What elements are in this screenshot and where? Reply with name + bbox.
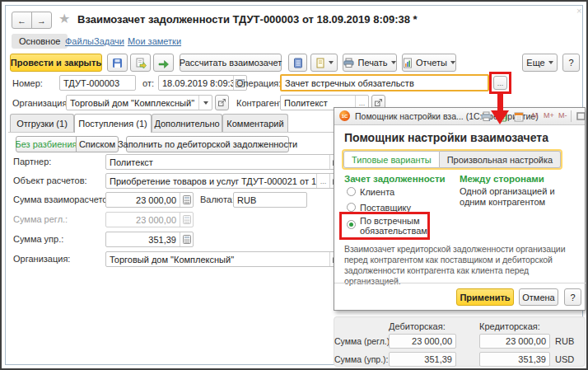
register-book-icon: [293, 58, 303, 68]
tab-receipts[interactable]: Поступления (1): [74, 114, 152, 133]
nav-item-main[interactable]: Основное: [12, 34, 68, 49]
calculator-icon[interactable]: [180, 193, 193, 207]
detail-organization-label: Организация:: [13, 254, 70, 264]
print-button[interactable]: Печать: [343, 54, 397, 72]
operation-input[interactable]: Зачет встречных обязательств: [280, 74, 489, 91]
upr-amount-input[interactable]: 351,39: [105, 232, 194, 247]
highlight-box-operation-choose: [489, 72, 511, 94]
calendar-icon[interactable]: [512, 110, 525, 122]
dropdown-caret-icon: [329, 61, 334, 64]
tab-comment[interactable]: Комментарий: [222, 114, 288, 132]
favorite-star-icon[interactable]: ★: [58, 11, 70, 26]
dialog-tab-typical[interactable]: Типовые варианты: [343, 151, 440, 168]
back-arrow-icon: ←: [17, 16, 26, 26]
operation-label: Операция:: [236, 78, 281, 88]
close-icon[interactable]: ×: [576, 6, 581, 16]
currency-input[interactable]: RUB: [233, 192, 307, 208]
tab-label: Комментарий: [226, 119, 283, 129]
radio-supplier[interactable]: [347, 203, 356, 212]
tab-label: Дополнительно: [154, 119, 219, 129]
assistant-dialog: 1С Помощник настройки вза... (1С:Предпри…: [334, 107, 586, 311]
dropdown-caret-icon: [450, 61, 455, 64]
red-arrow-icon: [490, 94, 510, 125]
mutual-amount-input[interactable]: 23 000,00: [105, 192, 194, 208]
organization-combo[interactable]: Торговый дом "Комплексный": [66, 95, 212, 110]
partner-input[interactable]: Политекст: [105, 154, 343, 170]
titlebar-divider: [571, 110, 572, 122]
open-link-icon: [217, 98, 226, 107]
help-button[interactable]: ?: [562, 54, 580, 72]
save-icon: [112, 58, 123, 68]
green-arrow-icon: [158, 58, 170, 68]
debit-header: Дебиторская:: [389, 321, 446, 331]
more-button[interactable]: Еще: [522, 54, 558, 72]
partner-label: Партнер:: [13, 157, 51, 166]
save-button[interactable]: [107, 54, 128, 72]
document-clock-icon: [315, 58, 325, 68]
contragent-label: Контрагент:: [236, 98, 286, 108]
document-movements-button[interactable]: [288, 54, 307, 72]
date-label: от:: [142, 78, 154, 88]
radio-client[interactable]: [347, 187, 356, 196]
open-link-icon: [374, 98, 383, 107]
report-icon: [403, 58, 413, 68]
forward-button[interactable]: →: [31, 12, 52, 29]
nav-item-files[interactable]: Файлы: [65, 36, 94, 46]
upr-amount-label: Сумма упр.:: [13, 234, 63, 244]
regl-row-label: Сумма (регл.):: [334, 336, 385, 346]
tab-shipments[interactable]: Отгрузки (1): [10, 114, 74, 132]
forward-arrow-icon: →: [37, 16, 46, 26]
dialog-title-text: Помощник настройки вза... (1С:Предприяти…: [355, 111, 539, 121]
maximize-icon[interactable]: [574, 110, 587, 122]
post-document-icon: [135, 58, 147, 68]
fill-by-receivables-button[interactable]: Заполнить по дебиторской задолженности: [126, 136, 289, 152]
memory-plus-button[interactable]: M+: [544, 111, 554, 119]
dropdown-caret-icon: [548, 61, 553, 64]
1c-logo-icon: 1С: [339, 110, 350, 121]
upr-debit-value: 351,39: [389, 352, 456, 367]
nav-item-notes[interactable]: Мои заметки: [128, 36, 181, 46]
no-split-toggle[interactable]: Без разбиения: [16, 136, 77, 152]
main-window: ← → ★ Взаимозачет задолженности ТДУТ-000…: [0, 0, 588, 370]
dialog-tab-custom[interactable]: Произвольная настройка: [440, 151, 562, 168]
settlement-object-input[interactable]: Приобретение товаров и услуг ТДУТ-000021…: [105, 173, 343, 189]
organization-open-button[interactable]: [215, 95, 229, 110]
create-based-on-button[interactable]: [153, 54, 174, 72]
detail-organization-input[interactable]: Торговый дом "Комплексный": [105, 251, 343, 267]
upr-row-label: Сумма (упр.):: [334, 354, 385, 364]
apply-button[interactable]: Применить: [456, 288, 514, 306]
dialog-help-button[interactable]: ?: [564, 288, 581, 306]
dialog-titlebar[interactable]: 1С Помощник настройки вза... (1С:Предпри…: [334, 108, 585, 125]
combo-caret-icon[interactable]: [198, 96, 212, 110]
related-documents-button[interactable]: [310, 54, 338, 72]
totals-panel: Дебиторская: Кредиторская: Сумма (регл.)…: [334, 316, 586, 367]
tab-label: Отгрузки (1): [16, 119, 68, 129]
between-section-header: Между сторонами: [460, 174, 544, 184]
tab-additional[interactable]: Дополнительно: [152, 114, 222, 132]
post-document-button[interactable]: [130, 54, 151, 72]
upr-credit-value: 351,39: [479, 352, 550, 367]
choose-ellipsis-icon[interactable]: ...: [316, 174, 329, 188]
number-input[interactable]: ТДУТ-000003: [59, 75, 136, 91]
dialog-tab-group: Типовые варианты Произвольная настройка: [342, 149, 562, 170]
more-label: Еще: [526, 58, 544, 68]
as-list-toggle[interactable]: Списком: [76, 136, 119, 152]
nav-item-tasks[interactable]: Задачи: [94, 36, 124, 46]
calculate-offset-button[interactable]: Рассчитать взаимозачет: [180, 54, 282, 72]
memory-minus-button[interactable]: M-: [558, 111, 567, 119]
calculator-icon[interactable]: [180, 232, 193, 246]
back-button[interactable]: ←: [12, 12, 32, 29]
regl-currency: RUB: [555, 336, 574, 346]
radio-client-label[interactable]: Клиента: [360, 187, 394, 197]
offset-description: Взаимозачет кредиторской задолженности о…: [344, 244, 583, 287]
credit-header: Кредиторская:: [479, 321, 540, 331]
page-title: Взаимозачет задолженности ТДУТ-000003 от…: [77, 13, 418, 26]
cancel-button[interactable]: Отмена: [519, 288, 558, 306]
highlight-box-radio: [339, 212, 430, 240]
memory-recall-button[interactable]: M: [532, 111, 539, 119]
number-label: Номер:: [12, 78, 43, 88]
regl-amount-input: 23 000,00: [105, 212, 194, 227]
date-input[interactable]: 18.09.2019 8:09:38: [158, 75, 247, 91]
post-and-close-button[interactable]: Провести и закрыть: [10, 54, 102, 72]
reports-button[interactable]: Отчеты: [402, 54, 456, 72]
